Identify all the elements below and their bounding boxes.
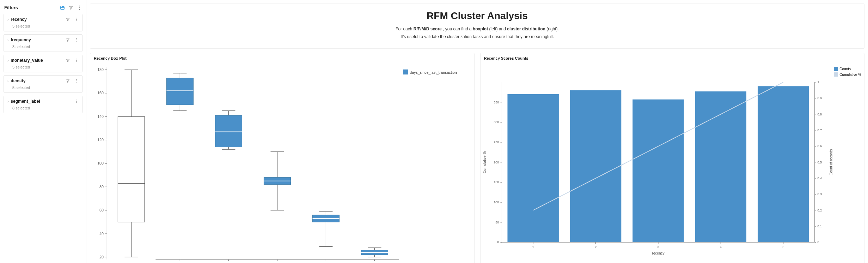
barchart-title: Recency Scores Counts	[481, 53, 864, 63]
boxplot-title: Recency Box Plot	[90, 53, 474, 63]
more-icon[interactable]	[74, 17, 79, 22]
svg-point-0	[79, 5, 80, 6]
folder-icon[interactable]	[60, 5, 65, 10]
filter-name: frequency	[11, 37, 31, 42]
svg-point-9	[76, 59, 77, 59]
svg-text:recency: recency	[652, 251, 665, 255]
svg-point-13	[76, 80, 77, 81]
svg-text:0.2: 0.2	[817, 209, 822, 212]
svg-rect-84	[403, 70, 408, 74]
chevron-right-icon: ›	[7, 100, 8, 103]
filter-subtext: 5 selected	[12, 65, 79, 69]
page-title: RFM Cluster Analysis	[97, 10, 858, 22]
svg-text:100: 100	[97, 161, 104, 165]
svg-point-12	[76, 79, 77, 80]
svg-point-3	[76, 18, 77, 18]
filters-panel: Filters ›recency5 selected›frequency3 se…	[0, 0, 86, 263]
svg-point-17	[76, 102, 77, 103]
more-icon[interactable]	[74, 78, 79, 83]
svg-text:0.4: 0.4	[817, 177, 822, 180]
svg-point-10	[76, 60, 77, 61]
svg-text:0.7: 0.7	[817, 128, 822, 132]
svg-point-14	[76, 82, 77, 83]
svg-point-16	[76, 101, 77, 102]
svg-text:0: 0	[497, 240, 499, 244]
svg-point-7	[76, 40, 77, 40]
svg-text:4: 4	[720, 245, 721, 249]
svg-rect-41	[118, 116, 145, 222]
svg-text:0.6: 0.6	[817, 144, 822, 148]
boxplot-chart[interactable]: 2040608010012014016018012345days_since_l…	[90, 63, 474, 263]
funnel-icon[interactable]	[65, 17, 70, 22]
barchart-card: Recency Scores Counts 050100150200250300…	[480, 53, 865, 263]
svg-text:1: 1	[532, 245, 534, 249]
svg-text:0.3: 0.3	[817, 192, 822, 196]
svg-rect-128	[632, 100, 684, 243]
boxplot-card: Recency Box Plot 20406080100120140160180…	[90, 53, 475, 263]
svg-point-2	[79, 9, 80, 10]
barchart-legend: Counts Cumulative %	[834, 67, 861, 78]
svg-text:2: 2	[595, 245, 597, 249]
filter-card-recency[interactable]: ›recency5 selected	[4, 14, 82, 31]
svg-text:140: 140	[97, 114, 104, 119]
svg-text:0.5: 0.5	[817, 161, 822, 164]
svg-rect-130	[757, 86, 808, 242]
hero-card: RFM Cluster Analysis For each R/F/M/D sc…	[90, 4, 864, 49]
svg-text:150: 150	[494, 180, 499, 184]
svg-point-1	[79, 7, 80, 8]
hero-line-2: It's useful to validate the clusterizati…	[97, 34, 858, 39]
filter-card-density[interactable]: ›density5 selected	[4, 75, 82, 93]
svg-text:60: 60	[99, 208, 104, 212]
svg-rect-127	[570, 90, 621, 243]
svg-text:5: 5	[782, 245, 784, 249]
more-icon[interactable]	[74, 37, 79, 42]
filter-name: density	[11, 78, 25, 83]
svg-text:Count of records: Count of records	[829, 149, 833, 175]
svg-text:250: 250	[494, 141, 499, 144]
filter-card-segment_label[interactable]: ›segment_label8 selected	[4, 96, 82, 113]
filter-name: monetary_value	[11, 58, 43, 63]
svg-text:days_since_last_transaction: days_since_last_transaction	[410, 70, 457, 74]
filter-card-frequency[interactable]: ›frequency3 selected	[4, 34, 82, 52]
more-icon[interactable]	[74, 58, 79, 63]
svg-rect-47	[166, 78, 193, 105]
funnel-icon[interactable]	[65, 78, 70, 83]
svg-text:100: 100	[494, 201, 499, 204]
chevron-right-icon: ›	[7, 18, 8, 22]
svg-text:1: 1	[817, 80, 819, 84]
svg-point-15	[76, 100, 77, 100]
svg-text:40: 40	[99, 232, 104, 236]
svg-text:20: 20	[99, 255, 104, 259]
chevron-right-icon: ›	[7, 38, 8, 42]
svg-text:50: 50	[495, 221, 499, 224]
filter-subtext: 5 selected	[12, 24, 79, 28]
filter-name: segment_label	[11, 99, 40, 104]
svg-rect-126	[507, 94, 558, 243]
filter-card-monetary_value[interactable]: ›monetary_value5 selected	[4, 55, 82, 72]
filter-subtext: 3 selected	[12, 44, 79, 49]
svg-text:0.9: 0.9	[817, 96, 822, 100]
funnel-icon[interactable]	[65, 37, 70, 42]
svg-text:0.1: 0.1	[817, 225, 822, 228]
svg-point-5	[76, 20, 77, 21]
svg-point-6	[76, 38, 77, 39]
svg-text:Cumulative %: Cumulative %	[483, 151, 487, 173]
more-icon[interactable]	[74, 99, 79, 104]
chevron-right-icon: ›	[7, 79, 8, 83]
svg-text:160: 160	[97, 91, 104, 95]
funnel-icon[interactable]	[65, 58, 70, 63]
filters-title: Filters	[4, 5, 18, 10]
filter-subtext: 5 selected	[12, 85, 79, 90]
svg-point-11	[76, 61, 77, 62]
svg-point-4	[76, 19, 77, 20]
more-icon[interactable]	[77, 5, 82, 10]
svg-text:3: 3	[657, 245, 659, 249]
funnel-icon[interactable]	[68, 5, 73, 10]
svg-text:350: 350	[494, 101, 499, 104]
svg-rect-53	[215, 115, 242, 147]
svg-text:80: 80	[99, 185, 104, 189]
svg-text:200: 200	[494, 161, 499, 164]
chevron-right-icon: ›	[7, 59, 8, 62]
main-content: RFM Cluster Analysis For each R/F/M/D sc…	[86, 0, 868, 263]
barchart-chart[interactable]: 05010015020025030035000.10.20.30.40.50.6…	[481, 63, 864, 263]
